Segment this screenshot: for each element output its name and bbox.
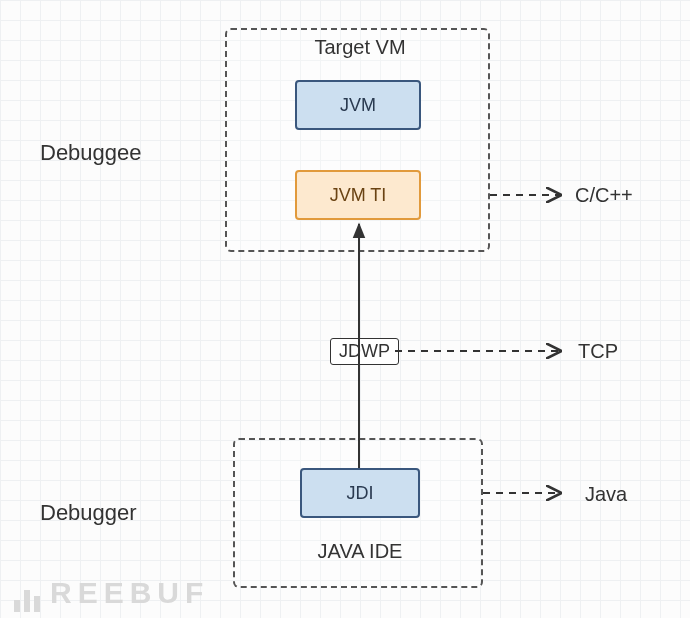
jvm-box: JVM — [295, 80, 421, 130]
jvmti-box-label: JVM TI — [330, 185, 387, 206]
jvmti-box: JVM TI — [295, 170, 421, 220]
watermark: REEBUF — [14, 576, 209, 612]
debugger-label: Debugger — [40, 500, 137, 526]
target-vm-title: Target VM — [300, 36, 420, 59]
watermark-icon — [14, 578, 44, 612]
debuggee-label: Debuggee — [40, 140, 142, 166]
jdwp-chip-label: JDWP — [339, 341, 390, 361]
watermark-text: REEBUF — [50, 576, 209, 609]
jdwp-chip: JDWP — [330, 338, 399, 365]
java-label: Java — [585, 483, 627, 506]
java-ide-title: JAVA IDE — [300, 540, 420, 563]
cpp-label: C/C++ — [575, 184, 633, 207]
tcp-label: TCP — [578, 340, 618, 363]
jdi-box-label: JDI — [347, 483, 374, 504]
jdi-box: JDI — [300, 468, 420, 518]
jvm-box-label: JVM — [340, 95, 376, 116]
